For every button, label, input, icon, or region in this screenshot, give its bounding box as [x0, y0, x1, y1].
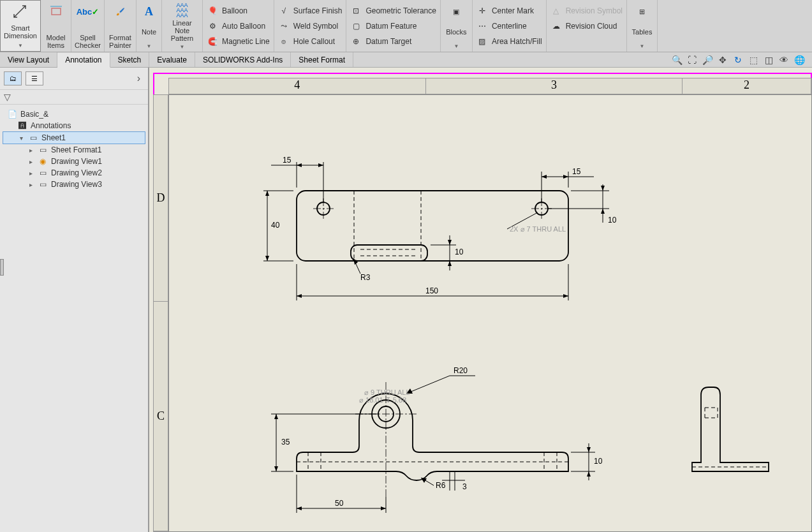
svg-text:3: 3 [462, 482, 467, 491]
svg-marker-29 [265, 191, 269, 196]
center-group: ✛Center Mark ⋯Centerline ▨Area Hatch/Fil… [473, 0, 547, 52]
drawing-canvas[interactable]: 4 3 2 D C [149, 68, 812, 532]
centerline-button[interactable]: ⋯Centerline [476, 20, 542, 33]
datum-target-button[interactable]: ⊕Datum Target [350, 35, 436, 48]
zoom-prev-icon[interactable]: 🔎 [701, 54, 714, 66]
svg-marker-74 [274, 466, 278, 471]
filter-icon[interactable]: ▽ [4, 92, 11, 102]
rotate-icon[interactable]: ↻ [732, 54, 744, 66]
tab-annotation[interactable]: Annotation [57, 53, 110, 68]
magnet-icon: 🧲 [207, 37, 218, 46]
auto-balloon-icon: ⚙ [207, 22, 218, 31]
ruler-horizontal: 4 3 2 [168, 78, 812, 94]
svg-text:R20: R20 [454, 366, 468, 375]
panel-splitter[interactable] [0, 259, 4, 276]
svg-marker-17 [297, 163, 302, 167]
pattern-icon: AAAAAAAAA [176, 3, 188, 18]
hole-icon: ⌾ [278, 37, 290, 46]
tables-icon: ⊞ [639, 3, 645, 20]
svg-marker-41 [448, 240, 452, 245]
tree-sheet1[interactable]: ▾▭Sheet1 [3, 131, 145, 144]
svg-marker-30 [265, 256, 269, 261]
svg-rect-0 [52, 8, 61, 15]
svg-text:⌀ 18.01  ↧ 5.68: ⌀ 18.01 ↧ 5.68 [359, 396, 406, 404]
hatch-icon: ▨ [476, 37, 488, 46]
panel-expand-icon[interactable]: › [133, 71, 144, 85]
view-toolbar: 🔍 ⛶ 🔎 ✥ ↻ ⬚ ◫ 👁 🌐 [664, 52, 812, 67]
tab-sketch[interactable]: Sketch [110, 52, 150, 67]
datum-feature-button[interactable]: ▢Datum Feature [350, 20, 436, 33]
sheet-icon: ▭ [27, 133, 39, 142]
blocks-button[interactable]: ▣ Blocks ▼ [441, 0, 473, 52]
drawing-icon: 📄 [6, 110, 18, 119]
magnetic-line-button[interactable]: 🧲Magnetic Line [207, 35, 270, 48]
svg-marker-24 [563, 175, 568, 179]
folder-icon: 🅰 [17, 121, 28, 130]
balloon-button[interactable]: 🎈Balloon [207, 4, 270, 17]
svg-marker-77 [421, 478, 427, 483]
tree-sheet-format[interactable]: ▸▭Sheet Format1 [3, 144, 145, 156]
geo-tol-button[interactable]: ⊡Geometric Tolerance [350, 4, 436, 17]
svg-text:35: 35 [281, 438, 290, 447]
center-mark-button[interactable]: ✛Center Mark [476, 4, 542, 17]
revision-group: △Revision Symbol ☁Revision Cloud [547, 0, 627, 52]
zoom-fit-icon[interactable]: 🔍 [670, 54, 683, 66]
format-painter-button[interactable]: 🖌️ Format Painter [105, 0, 137, 52]
expand-icon[interactable]: ▸ [27, 147, 34, 154]
feature-tree-tab[interactable]: 🗂 [4, 71, 22, 85]
tables-button[interactable]: ⊞ Tables ▼ [627, 0, 658, 52]
revision-cloud-button[interactable]: ☁Revision Cloud [550, 20, 623, 33]
tab-addins[interactable]: SOLIDWORKS Add-Ins [195, 52, 291, 67]
balloon-group: 🎈Balloon ⚙Auto Balloon 🧲Magnetic Line [203, 0, 274, 52]
linear-note-pattern-button[interactable]: AAAAAAAAA Linear Note Pattern ▼ [162, 0, 203, 52]
display-style-icon[interactable]: ◫ [762, 54, 775, 66]
svg-text:2X  ⌀ 7 THRU ALL: 2X ⌀ 7 THRU ALL [510, 225, 566, 233]
svg-marker-87 [587, 471, 591, 477]
centermark-icon: ✛ [476, 6, 488, 15]
tab-evaluate[interactable]: Evaluate [149, 52, 195, 67]
spell-checker-button[interactable]: Abc✓ Spell Checker [71, 0, 105, 52]
area-hatch-button[interactable]: ▨Area Hatch/Fill [476, 35, 542, 48]
pan-icon[interactable]: ✥ [716, 54, 729, 66]
zoom-area-icon[interactable]: ⛶ [686, 54, 698, 66]
svg-text:150: 150 [425, 286, 438, 295]
hole-callout-button[interactable]: ⌾Hole Callout [278, 35, 343, 48]
svg-marker-92 [297, 506, 302, 510]
svg-marker-73 [274, 414, 278, 419]
smart-dimension-button[interactable]: Smart Dimension ▼ [0, 0, 41, 52]
feature-manager-panel: 🗂 ☰ › ▽ 📄Basic_& 🅰Annotations ▾▭Sheet1 ▸… [0, 68, 149, 532]
auto-balloon-button[interactable]: ⚙Auto Balloon [207, 20, 270, 33]
tree-drawing-view3[interactable]: ▸▭Drawing View3 [3, 179, 145, 190]
tree-drawing-view2[interactable]: ▸▭Drawing View2 [3, 167, 145, 179]
surface-icon: √ [278, 6, 290, 15]
weld-symbol-button[interactable]: ⤳Weld Symbol [278, 20, 343, 33]
note-icon: A [145, 3, 153, 20]
view-icon: ◉ [37, 157, 48, 166]
svg-text:10: 10 [608, 216, 617, 225]
svg-text:50: 50 [335, 499, 344, 508]
view-icon: ▭ [37, 180, 48, 189]
spell-icon: Abc✓ [77, 3, 100, 20]
hide-show-icon[interactable]: 👁 [778, 54, 790, 66]
svg-marker-47 [297, 294, 302, 298]
blocks-icon: ▣ [453, 3, 459, 20]
property-manager-tab[interactable]: ☰ [26, 71, 43, 85]
tree-root[interactable]: 📄Basic_& [3, 108, 145, 120]
chevron-down-icon: ▼ [18, 43, 23, 48]
svg-marker-36 [601, 209, 605, 214]
svg-marker-42 [448, 261, 452, 266]
symbol-group: √Surface Finish ⤳Weld Symbol ⌾Hole Callo… [274, 0, 347, 52]
tree-drawing-view1[interactable]: ▸◉Drawing View1 [3, 156, 145, 167]
feature-tree: 📄Basic_& 🅰Annotations ▾▭Sheet1 ▸▭Sheet F… [0, 105, 148, 194]
collapse-icon[interactable]: ▾ [17, 135, 25, 142]
model-items-button[interactable]: Model Items [41, 0, 71, 52]
tab-sheet-format[interactable]: Sheet Format [291, 52, 353, 67]
appearance-icon[interactable]: 🌐 [793, 54, 806, 66]
tab-view-layout[interactable]: View Layout [0, 52, 57, 67]
drawing-views: 15 15 40 10 10 [169, 95, 807, 532]
svg-text:10: 10 [455, 248, 464, 256]
surface-finish-button[interactable]: √Surface Finish [278, 4, 343, 17]
section-icon[interactable]: ⬚ [747, 54, 760, 66]
note-button[interactable]: A Note ▼ [137, 0, 162, 52]
tree-annotations[interactable]: 🅰Annotations [3, 120, 145, 131]
